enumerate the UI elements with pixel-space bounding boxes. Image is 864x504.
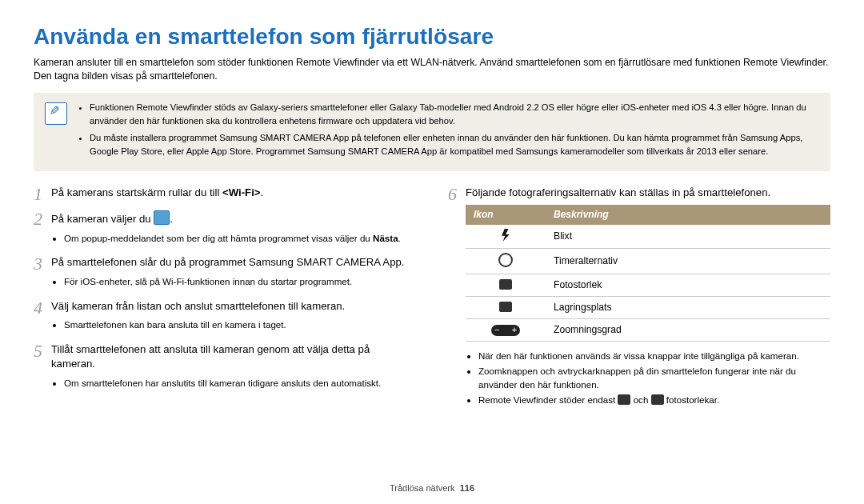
- step-4: Välj kameran från listan och anslut smar…: [34, 299, 416, 332]
- step-5: Tillåt smarttelefonen att ansluta till k…: [34, 342, 416, 390]
- note-icon: [45, 102, 67, 125]
- photosize-icon: [499, 279, 512, 290]
- note-bullet: Du måste installera programmet Samsung S…: [90, 131, 819, 158]
- table-header-icon: Ikon: [466, 205, 546, 225]
- step-3: På smarttelefonen slår du på programmet …: [34, 255, 416, 288]
- step-4-sub: Smarttelefonen kan bara ansluta till en …: [64, 318, 416, 332]
- options-table: Ikon Beskrivning Blixt Timeralternativ F…: [466, 205, 830, 342]
- step-5-sub: Om smarttelefonen har anslutits till kam…: [64, 377, 416, 390]
- table-row: Lagringsplats: [546, 297, 830, 319]
- size-icon-a: [618, 394, 630, 405]
- step-2: På kameran väljer du . Om popup-meddelan…: [34, 210, 416, 245]
- post-note: När den här funktionen används är vissa …: [478, 350, 830, 363]
- table-row: Blixt: [546, 225, 830, 249]
- page-footer: Trådlösa nätverk 116: [0, 483, 864, 493]
- table-row: Fotostorlek: [546, 274, 830, 297]
- storage-icon: [499, 302, 512, 312]
- remote-viewfinder-icon: [154, 210, 170, 225]
- size-icon-b: [651, 394, 664, 405]
- timer-icon: [498, 253, 513, 267]
- info-note-box: Funktionen Remote Viewfinder stöds av Ga…: [34, 93, 830, 170]
- zoom-icon: − +: [491, 325, 520, 336]
- table-row: Zoomningsgrad: [546, 319, 830, 342]
- note-bullet: Funktionen Remote Viewfinder stöds av Ga…: [90, 101, 819, 128]
- page-title: Använda en smarttelefon som fjärrutlösar…: [34, 24, 830, 50]
- post-note: Zoomknappen och avtryckarknappen på din …: [478, 365, 830, 392]
- table-header-desc: Beskrivning: [546, 205, 830, 225]
- intro-paragraph: Kameran ansluter till en smarttelefon so…: [34, 56, 830, 83]
- step-6: Följande fotograferingsalternativ kan st…: [448, 186, 830, 407]
- table-row: Timeralternativ: [546, 248, 830, 274]
- step-3-sub: För iOS-enheter, slå på Wi-Fi-funktionen…: [64, 275, 416, 289]
- flash-icon: [501, 229, 510, 242]
- post-note: Remote Viewfinder stöder endast och foto…: [478, 394, 830, 407]
- step-1: På kamerans startskärm rullar du till <W…: [34, 186, 416, 200]
- step-2-sub: Om popup-meddelandet som ber dig att häm…: [64, 232, 416, 246]
